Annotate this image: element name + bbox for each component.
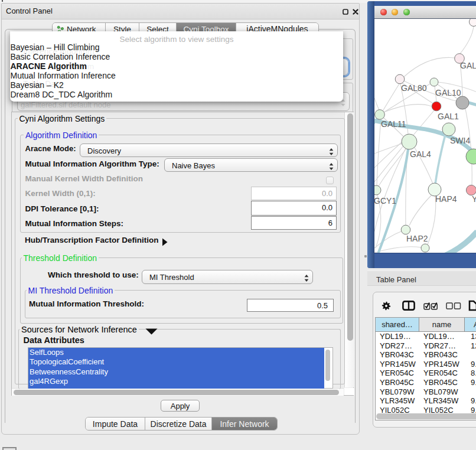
svg-text:Y: Y xyxy=(472,194,476,204)
svg-text:GAL80: GAL80 xyxy=(401,83,427,93)
svg-text:GAL1: GAL1 xyxy=(438,112,459,121)
svg-text:GAL11: GAL11 xyxy=(381,119,406,129)
svg-text:GCY1: GCY1 xyxy=(374,196,396,206)
svg-text:HAP2: HAP2 xyxy=(406,234,428,243)
svg-text:GAL2: GAL2 xyxy=(460,61,476,70)
svg-text:GAL10: GAL10 xyxy=(435,88,461,97)
svg-text:GAL4: GAL4 xyxy=(410,149,431,159)
svg-text:HAP4: HAP4 xyxy=(435,194,457,204)
svg-text:SWI4: SWI4 xyxy=(450,136,470,145)
